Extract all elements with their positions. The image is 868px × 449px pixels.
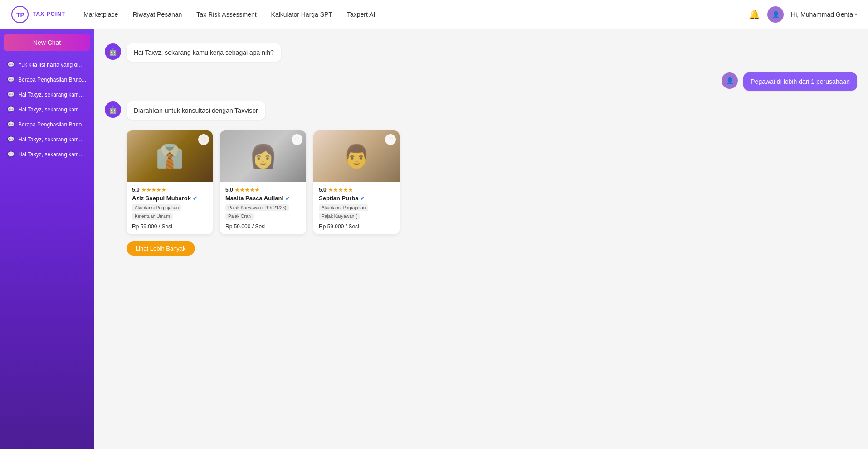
main-layout: New Chat 💬 Yuk kita list harta yang dim.… — [0, 29, 868, 449]
chat-item-label: Hai Taxyz, sekarang kamu ... — [18, 106, 87, 113]
stars-3: ★★★★★ — [328, 187, 353, 193]
tag-2-1: Pajak Karyawan (PPh 21/26) — [225, 204, 289, 211]
nav-kalkulator[interactable]: Kalkulator Harga SPT — [271, 11, 332, 18]
verified-icon-2: ✔ — [285, 195, 290, 202]
cards-row: 👔 ♡ 5.0 ★★★★★ Aziz Saepul Mubarok ✔ — [127, 130, 857, 234]
consultant-cards-section: 👔 ♡ 5.0 ★★★★★ Aziz Saepul Mubarok ✔ — [105, 130, 857, 256]
user-greeting[interactable]: Hi, Muhammad Genta ▾ — [791, 11, 857, 18]
card-price-2: Rp 59.000 / Sesi — [225, 223, 301, 230]
card-name-2: Masita Pasca Auliani ✔ — [225, 195, 301, 202]
chat-icon: 💬 — [7, 76, 15, 83]
logo[interactable]: TP TAX POINT — [11, 5, 65, 24]
chevron-down-icon: ▾ — [855, 12, 857, 17]
card-rating-3: 5.0 ★★★★★ — [319, 187, 394, 193]
tag-1-2: Ketentuan Umum — [132, 213, 173, 220]
card-rating-1: 5.0 ★★★★★ — [132, 187, 207, 193]
chat-icon: 💬 — [7, 136, 15, 143]
verified-icon-1: ✔ — [193, 195, 197, 202]
consultant-card-1[interactable]: 👔 ♡ 5.0 ★★★★★ Aziz Saepul Mubarok ✔ — [127, 130, 213, 234]
chat-history-item[interactable]: 💬 Berapa Penghasilan Bruto... — [4, 118, 90, 131]
bot-message-2: 🤖 Diarahkan untuk konsultasi dengan Taxv… — [105, 101, 857, 120]
card-image-2: 👩 ♡ — [220, 130, 306, 182]
tag-1-1: Akuntansi Perpajakan — [132, 204, 181, 211]
bot-avatar-2: 🤖 — [105, 101, 121, 118]
tag-3-1: Akuntansi Perpajakan — [319, 204, 368, 211]
card-rating-2: 5.0 ★★★★★ — [225, 187, 301, 193]
card-body-2: 5.0 ★★★★★ Masita Pasca Auliani ✔ Pajak K… — [220, 182, 306, 234]
chat-icon: 💬 — [7, 61, 15, 68]
bot-bubble-1: Hai Taxyz, sekarang kamu kerja sebagai a… — [127, 43, 281, 62]
chat-area: 🤖 Hai Taxyz, sekarang kamu kerja sebagai… — [94, 29, 868, 449]
avatar: 👤 — [767, 6, 784, 23]
nav-tax-risk[interactable]: Tax Risk Assessment — [196, 11, 256, 18]
chat-history-item[interactable]: 💬 Hai Taxyz, sekarang kamu ... — [4, 148, 90, 161]
consultant-card-2[interactable]: 👩 ♡ 5.0 ★★★★★ Masita Pasca Auliani ✔ — [220, 130, 306, 234]
new-chat-button[interactable]: New Chat — [4, 34, 90, 51]
logo-text: TAX POINT — [33, 11, 65, 17]
stars-2: ★★★★★ — [235, 187, 260, 193]
chat-history-item[interactable]: 💬 Yuk kita list harta yang dim... — [4, 58, 90, 71]
main-nav: Marketplace Riwayat Pesanan Tax Risk Ass… — [83, 11, 749, 18]
card-name-1: Aziz Saepul Mubarok ✔ — [132, 195, 207, 202]
tag-2-2: Pajak Oran — [225, 213, 254, 220]
chat-item-label: Berapa Penghasilan Bruto... — [18, 121, 86, 128]
chat-history-item[interactable]: 💬 Hai Taxyz, sekarang kamu ... — [4, 88, 90, 101]
card-price-3: Rp 59.000 / Sesi — [319, 223, 394, 230]
nav-taxpert[interactable]: Taxpert AI — [347, 11, 375, 18]
stars-1: ★★★★★ — [141, 187, 166, 193]
chat-icon: 💬 — [7, 121, 15, 128]
chat-history-item[interactable]: 💬 Berapa Penghasilan Bruto... — [4, 73, 90, 86]
chat-item-label: Yuk kita list harta yang dim... — [18, 62, 87, 68]
chat-item-label: Hai Taxyz, sekarang kamu ... — [18, 92, 87, 98]
verified-icon-3: ✔ — [360, 195, 365, 202]
header-right: 🔔 👤 Hi, Muhammad Genta ▾ — [749, 6, 857, 23]
bot-bubble-2: Diarahkan untuk konsultasi dengan Taxvis… — [127, 101, 265, 120]
user-message: Pegawai di lebih dari 1 perusahaan 👤 — [105, 72, 857, 91]
bot-avatar: 🤖 — [105, 43, 121, 60]
bot-message-1: 🤖 Hai Taxyz, sekarang kamu kerja sebagai… — [105, 43, 857, 62]
chat-icon: 💬 — [7, 91, 15, 98]
card-name-3: Septian Purba ✔ — [319, 195, 394, 202]
chat-icon: 💬 — [7, 106, 15, 113]
consultant-card-3[interactable]: 👨 ♡ 5.0 ★★★★★ Septian Purba ✔ — [313, 130, 400, 234]
card-image-3: 👨 ♡ — [313, 130, 400, 182]
favorite-icon-2[interactable]: ♡ — [292, 134, 302, 145]
card-body-3: 5.0 ★★★★★ Septian Purba ✔ Akuntansi Perp… — [313, 182, 400, 234]
sidebar: New Chat 💬 Yuk kita list harta yang dim.… — [0, 29, 94, 449]
notification-bell-icon[interactable]: 🔔 — [749, 9, 760, 20]
user-chat-avatar: 👤 — [722, 72, 738, 89]
chat-history-item[interactable]: 💬 Hai Taxyz, sekarang kamu ... — [4, 133, 90, 146]
card-image-1: 👔 ♡ — [127, 130, 213, 182]
nav-riwayat[interactable]: Riwayat Pesanan — [132, 11, 182, 18]
chat-history-item[interactable]: 💬 Hai Taxyz, sekarang kamu ... — [4, 103, 90, 116]
card-tags-1: Akuntansi Perpajakan Ketentuan Umum — [132, 204, 207, 220]
chat-item-label: Hai Taxyz, sekarang kamu ... — [18, 151, 87, 158]
user-bubble: Pegawai di lebih dari 1 perusahaan — [743, 72, 857, 91]
card-tags-2: Pajak Karyawan (PPh 21/26) Pajak Oran — [225, 204, 301, 220]
card-body-1: 5.0 ★★★★★ Aziz Saepul Mubarok ✔ Akuntans… — [127, 182, 213, 234]
chat-item-label: Hai Taxyz, sekarang kamu ... — [18, 136, 87, 143]
chat-item-label: Berapa Penghasilan Bruto... — [18, 77, 86, 83]
header: TP TAX POINT Marketplace Riwayat Pesanan… — [0, 0, 868, 29]
favorite-icon-3[interactable]: ♡ — [385, 134, 396, 145]
card-tags-3: Akuntansi Perpajakan Pajak Karyawan ( — [319, 204, 394, 220]
nav-marketplace[interactable]: Marketplace — [83, 11, 118, 18]
card-price-1: Rp 59.000 / Sesi — [132, 223, 207, 230]
svg-text:TP: TP — [16, 11, 24, 19]
favorite-icon-1[interactable]: ♡ — [198, 134, 209, 145]
see-more-button[interactable]: Lihat Lebih Banyak — [127, 241, 195, 256]
tag-3-2: Pajak Karyawan ( — [319, 213, 360, 220]
chat-icon: 💬 — [7, 151, 15, 158]
